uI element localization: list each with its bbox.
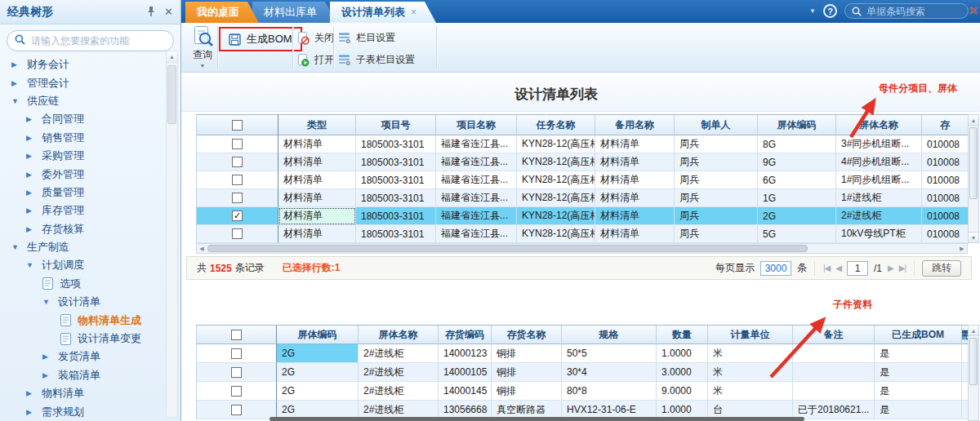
scrollbar-thumb[interactable] [969,338,978,385]
cell: KYN28-12(高压柜) [517,171,595,189]
sidebar-item-计划调度[interactable]: ▼计划调度 [0,256,163,274]
table-row[interactable]: 2G2#进线柜14000123铜排50*51.0000米是 [197,344,968,363]
tab-close-icon[interactable]: × [411,7,416,18]
first-page-icon[interactable]: |◀ [823,264,830,273]
pin-icon[interactable] [146,6,156,19]
row-checkbox[interactable] [231,348,242,359]
sidebar-item-发货清单[interactable]: ▶发货清单 [0,348,163,366]
jump-button[interactable]: 跳转 [922,260,961,277]
sidebar-item-label: 销售管理 [42,131,84,145]
scroll-right-icon[interactable]: ▶ [957,244,967,253]
scroll-up-icon[interactable]: ▲ [969,326,978,336]
open-button[interactable]: 打开 [297,53,334,67]
sidebar-item-采购管理[interactable]: ▶采购管理 [0,147,163,165]
record-count: 1525 [210,263,232,274]
generate-bom-button[interactable]: 生成BOM [219,27,302,51]
column-settings-button[interactable]: 栏目设置 [338,31,395,45]
cell: 1805003-3101 [356,207,436,225]
sidebar-scrollbar[interactable]: ▲ [166,51,178,418]
sidebar-item-装箱清单[interactable]: ▶装箱清单 [0,366,163,384]
select-all-checkbox[interactable] [232,120,243,131]
next-page-icon[interactable]: ▶ [888,264,893,273]
master-table-hscrollbar[interactable]: ◀ ▶ [196,243,968,254]
master-table: 类型项目号项目名称任务名称备用名称制单人屏体编码屏体名称存材料清单1805003… [196,114,968,243]
barcode-search-input[interactable] [866,6,955,17]
chevron-right-icon: ▶ [26,389,35,397]
master-table-vscrollbar[interactable]: ▲ ▼ [968,114,979,243]
row-checkbox[interactable] [231,405,242,415]
scrollbar-thumb[interactable] [969,127,978,199]
scrollbar-thumb[interactable] [207,245,808,252]
scroll-up-icon[interactable]: ▲ [167,51,177,63]
page-title: 设计清单列表 [181,85,931,104]
cell: 米 [708,363,793,382]
last-page-icon[interactable]: ▶| [899,264,906,273]
sidebar-search[interactable] [7,30,174,51]
row-checkbox[interactable] [231,386,242,397]
cell: 材料清单 [595,171,675,189]
sidebar-scrollbar-thumb[interactable] [167,65,176,124]
cell: 3.0000 [657,363,708,382]
tab-design-list-active[interactable]: 设计清单列表 × [330,2,436,23]
tab-my-desktop[interactable]: 我的桌面 [185,2,259,23]
detail-table-vscrollbar[interactable]: ▲ [968,325,979,421]
row-checkbox[interactable] [231,367,242,378]
sidebar-item-设计清单变更[interactable]: 设计清单变更 [0,330,163,348]
close-button[interactable]: 关闭 [297,31,334,45]
sidebar-item-物料清单[interactable]: ▶物料清单 [0,384,163,402]
table-row[interactable]: 材料清单1805003-3101福建省连江县...KYN28-12(高压柜)材料… [197,135,968,153]
sidebar-item-管理会计[interactable]: ▶管理会计 [0,73,163,91]
sidebar-item-生产制造[interactable]: ▼生产制造 [0,238,163,256]
detail-table-hscrollbar-thumb[interactable] [270,417,804,421]
sidebar-item-物料清单生成[interactable]: 物料清单生成 [0,311,163,329]
sidebar-item-库存管理[interactable]: ▶库存管理 [0,202,163,219]
sidebar-item-销售管理[interactable]: ▶销售管理 [0,129,163,147]
sidebar-item-供应链[interactable]: ▼供应链 [0,92,163,110]
row-checkbox[interactable] [232,228,243,239]
sidebar-item-质量管理[interactable]: ▶质量管理 [0,184,163,202]
sidebar-item-合同管理[interactable]: ▶合同管理 [0,110,163,128]
page-number-input[interactable] [847,261,868,276]
table-row[interactable]: 材料清单1805003-3101福建省连江县...KYN28-12(高压柜)材料… [197,189,968,207]
sidebar-item-需求规划[interactable]: ▶需求规划 [0,402,163,420]
cell: 9.0000 [657,382,708,401]
prev-page-icon[interactable]: ◀ [835,264,841,273]
table-row[interactable]: ✓材料清单1805003-3101福建省连江县...KYN28-12(高压柜)材… [197,207,968,225]
sidebar-item-设计清单[interactable]: ▼设计清单 [0,293,163,311]
row-checkbox[interactable] [232,175,243,185]
scroll-left-icon[interactable]: ◀ [197,244,207,253]
barcode-search[interactable] [844,3,969,19]
toolbar-divider [436,26,437,68]
row-checkbox[interactable] [232,157,243,167]
cell [793,344,875,363]
sidebar-search-input[interactable] [31,35,166,47]
cell: 010008 [922,189,969,207]
cell: 6G [758,171,836,189]
sidebar-item-label: 设计清单变更 [78,331,141,346]
sidebar-close-icon[interactable]: ✕ [164,7,173,17]
row-checkbox[interactable] [232,139,243,149]
scroll-up-icon[interactable]: ▲ [969,115,978,126]
tab-strip: 我的桌面 材料出库单 设计清单列表 × [185,2,430,23]
select-all-checkbox[interactable] [231,330,242,340]
scroll-down-icon[interactable]: ▼ [969,232,978,242]
subtable-column-settings-button[interactable]: 子表栏目设置 [338,53,415,67]
query-button[interactable]: 查询 ▼ [188,25,217,69]
table-row[interactable]: 材料清单1805003-3101福建省连江县...KYN28-12(高压柜)材料… [197,225,968,243]
sidebar-item-选项[interactable]: 选项 [0,275,163,293]
row-checkbox[interactable]: ✓ [232,210,243,221]
row-checkbox[interactable] [232,193,243,203]
sidebar-item-存货核算[interactable]: ▶存货核算 [0,220,163,238]
tab-material-outbound[interactable]: 材料出库单 [252,2,336,23]
cell: 30*4 [562,363,657,382]
table-row[interactable]: 2G2#进线柜14000105铜排30*43.0000米是 [197,363,968,382]
page-size-input[interactable] [760,261,791,276]
sidebar-item-财务会计[interactable]: ▶财务会计 [0,55,163,73]
window-close-icon[interactable]: ✕ [969,4,978,17]
table-row[interactable]: 材料清单1805003-3101福建省连江县...KYN28-12(高压柜)材料… [197,171,968,189]
table-row[interactable]: 材料清单1805003-3101福建省连江县...KYN28-12(高压柜)材料… [197,153,968,171]
chevron-down-icon[interactable]: ▼ [809,7,816,15]
help-icon[interactable]: ? [823,4,837,18]
table-row[interactable]: 2G2#进线柜14000145铜排80*89.0000米是 [197,382,968,401]
sidebar-item-委外管理[interactable]: ▶委外管理 [0,165,163,183]
